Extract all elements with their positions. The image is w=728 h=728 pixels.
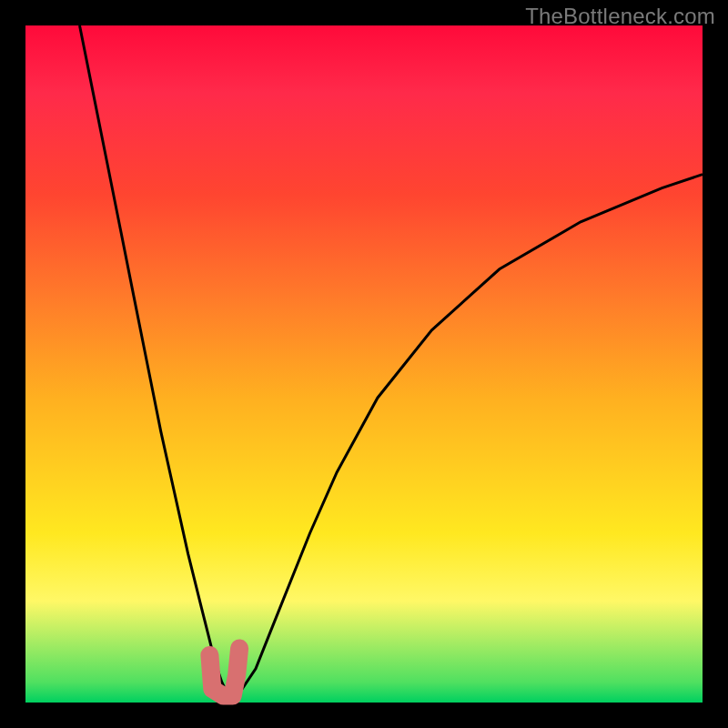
curve-line — [80, 25, 703, 696]
watermark-text: TheBottleneck.com — [525, 4, 715, 29]
bottleneck-curve — [25, 25, 703, 703]
chart-frame: TheBottleneck.com — [0, 0, 728, 728]
plot-area — [25, 25, 703, 703]
minimum-marker — [209, 649, 239, 696]
